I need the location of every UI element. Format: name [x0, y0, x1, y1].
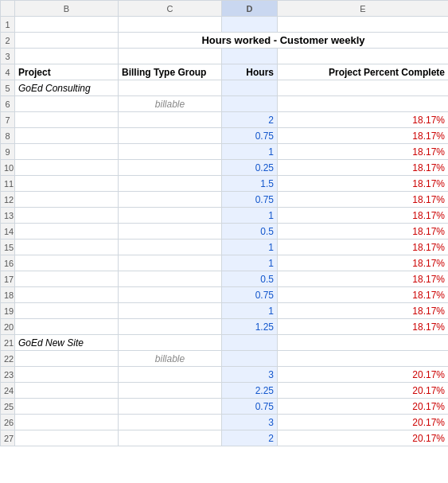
spreadsheet: B C D E 12Hours worked - Customer weekly…	[0, 0, 448, 446]
table-row: 22billable	[1, 351, 449, 367]
table-row: 3	[1, 49, 449, 64]
row-number: 21	[1, 335, 15, 351]
row-number: 9	[1, 144, 15, 160]
row-number: 8	[1, 128, 15, 144]
row-number: 10	[1, 160, 15, 176]
table-row: 7218.17%	[1, 112, 449, 128]
row-number: 7	[1, 112, 15, 128]
report-title: Hours worked - Customer weekly	[119, 33, 449, 49]
table-row: 19118.17%	[1, 303, 449, 319]
row-number: 5	[1, 80, 15, 96]
billing-type-header: Billing Type Group	[119, 64, 222, 80]
table-row: 111.518.17%	[1, 176, 449, 192]
row-number: 15	[1, 240, 15, 255]
table-row: 23320.17%	[1, 367, 449, 383]
row-number: 23	[1, 367, 15, 383]
row-number: 18	[1, 287, 15, 303]
percent-header: Project Percent Complete	[278, 64, 449, 80]
table-row: 170.518.17%	[1, 271, 449, 287]
row-number: 3	[1, 49, 15, 64]
row-number: 12	[1, 192, 15, 208]
table-row: 13118.17%	[1, 208, 449, 224]
row-number: 26	[1, 415, 15, 430]
table-row: 16118.17%	[1, 255, 449, 271]
column-headers-row: 4ProjectBilling Type GroupHoursProject P…	[1, 64, 449, 80]
table-row: 1	[1, 17, 449, 33]
table-row: 15118.17%	[1, 240, 449, 255]
row-number: 25	[1, 399, 15, 415]
row-number: 2	[1, 33, 15, 49]
title-row: 2Hours worked - Customer weekly	[1, 33, 449, 49]
col-header-b[interactable]: C	[119, 1, 222, 17]
row-number: 14	[1, 224, 15, 240]
row-number: 27	[1, 430, 15, 446]
table-row: 100.2518.17%	[1, 160, 449, 176]
col-header-c[interactable]: D	[222, 1, 278, 17]
corner-cell	[1, 1, 15, 17]
hours-header: Hours	[222, 64, 278, 80]
row-number: 13	[1, 208, 15, 224]
row-number: 24	[1, 383, 15, 399]
row-number: 6	[1, 96, 15, 112]
row-number: 11	[1, 176, 15, 192]
table-row: 5GoEd Consulting	[1, 80, 449, 96]
col-header-a[interactable]: B	[15, 1, 119, 17]
table-row: 80.7518.17%	[1, 128, 449, 144]
row-number: 17	[1, 271, 15, 287]
table-row: 180.7518.17%	[1, 287, 449, 303]
table-row: 21GoEd New Site	[1, 335, 449, 351]
row-number: 1	[1, 17, 15, 33]
table-row: 120.7518.17%	[1, 192, 449, 208]
project-header: Project	[15, 64, 119, 80]
table-row: 26320.17%	[1, 415, 449, 430]
table-row: 27220.17%	[1, 430, 449, 446]
table-row: 6billable	[1, 96, 449, 112]
col-header-d[interactable]: E	[278, 1, 449, 17]
row-number: 20	[1, 319, 15, 335]
row-number: 16	[1, 255, 15, 271]
table-row: 9118.17%	[1, 144, 449, 160]
table-row: 201.2518.17%	[1, 319, 449, 335]
row-number: 22	[1, 351, 15, 367]
table-row: 242.2520.17%	[1, 383, 449, 399]
row-number: 4	[1, 64, 15, 80]
row-number: 19	[1, 303, 15, 319]
table-row: 250.7520.17%	[1, 399, 449, 415]
table-row: 140.518.17%	[1, 224, 449, 240]
